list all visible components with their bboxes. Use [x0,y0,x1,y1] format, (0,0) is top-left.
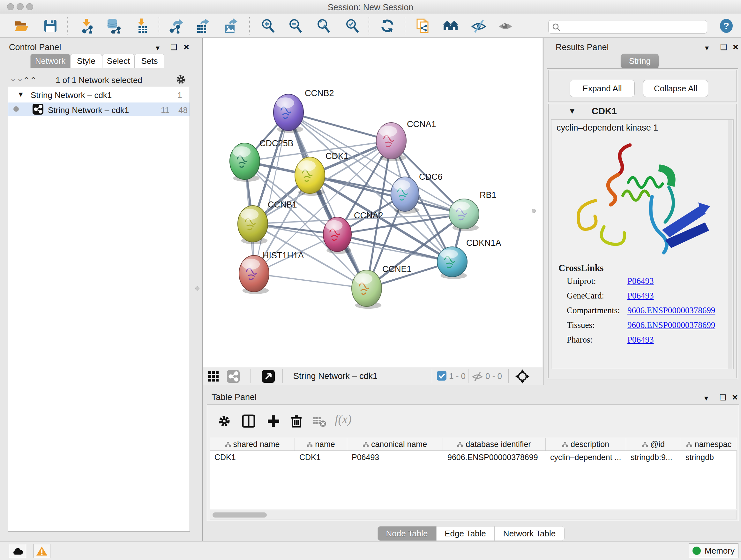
network-node-RB1[interactable]: RB1 [449,190,496,231]
export-network-icon[interactable] [169,18,184,34]
panel-close-icon[interactable]: ✕ [183,43,190,52]
toolbar-separator [368,17,369,35]
hide-selected-eye-icon[interactable] [471,18,486,34]
table-cell[interactable]: stringdb [681,451,737,463]
collapse-all-chevron-icon[interactable]: ⌄⌄ [10,73,23,83]
string-network-graph[interactable]: CCNB2 CCNA1 CDC25B CDK1 CDC6 RB1 [203,38,542,367]
memory-button[interactable]: Memory [689,543,738,558]
zoom-fit-icon[interactable] [316,18,331,34]
share-view-icon[interactable] [227,370,240,383]
import-database-icon[interactable] [105,18,121,34]
column-header-description[interactable]: description [546,438,626,451]
import-table-icon[interactable] [135,18,150,34]
export-image-icon[interactable] [223,18,239,34]
grid-view-icon[interactable] [208,371,219,382]
table-cell[interactable]: CDK1 [295,451,347,463]
network-collection-row[interactable]: ▼ String Network – cdk1 1 [8,89,190,103]
birdseye-crosshair-icon[interactable] [515,369,529,383]
table-cell[interactable]: P06493 [347,451,443,463]
crosslink-label: GeneCard: [567,291,604,301]
column-header-name[interactable]: name [295,438,347,451]
tab-network[interactable]: Network [30,54,70,68]
delete-column-icon[interactable] [289,414,304,429]
crosslink-tissues[interactable]: 9606.ENSP00000378699 [627,320,715,330]
network-edge[interactable] [254,112,288,273]
collapse-all-button[interactable]: Collapse All [643,80,708,97]
export-table-icon[interactable] [195,18,211,34]
home-icon[interactable] [443,18,458,34]
network-options-gear-icon[interactable] [176,74,186,87]
panel-float-icon[interactable]: ❑ [720,393,727,402]
panel-menu-icon[interactable]: ▾ [156,44,159,52]
network-node-CCNE1[interactable]: CCNE1 [352,264,412,309]
tab-style[interactable]: Style [70,54,102,68]
left-splitter-handle[interactable] [195,287,199,291]
selected-checkbox-icon[interactable] [437,371,447,381]
search-input[interactable] [563,21,704,32]
table-cell[interactable]: cyclin–dependent ... [546,451,626,463]
column-header-database-identifier[interactable]: database identifier [443,438,546,451]
refresh-icon[interactable] [380,18,395,34]
column-header--id[interactable]: @id [626,438,681,451]
table-cell[interactable]: CDK1 [210,451,295,463]
select-columns-icon[interactable] [242,414,256,429]
network-node-HIST1H1A[interactable]: HIST1H1A [239,251,304,294]
table-cell[interactable]: 9606.ENSP00000378699 [443,451,546,463]
import-network-icon[interactable] [80,18,95,34]
hidden-eye-icon[interactable] [472,371,483,382]
tab-sets[interactable]: Sets [135,54,164,68]
search-icon [552,23,561,32]
table-cell[interactable]: stringdb:9... [626,451,681,463]
delete-table-icon[interactable] [313,414,327,429]
table-hscrollbar[interactable] [210,510,737,519]
tab-network-table[interactable]: Network Table [494,526,564,541]
column-header-namespac[interactable]: namespac [681,438,737,451]
help-icon[interactable]: ? [719,18,734,34]
results-scrollbar[interactable] [729,120,732,369]
save-session-icon[interactable] [43,18,58,34]
table-panel-title: Table Panel [212,392,257,402]
network-row-selected[interactable]: String Network – cdk1 11 48 [8,103,190,116]
crosslink-compartments[interactable]: 9606.ENSP00000378699 [627,306,715,315]
network-edge[interactable] [288,112,367,288]
panel-float-icon[interactable]: ❑ [171,43,178,52]
open-in-window-icon[interactable] [262,370,275,383]
zoom-in-icon[interactable] [260,18,276,34]
open-session-icon[interactable] [14,18,29,34]
node-table[interactable]: shared namenamecanonical namedatabase id… [210,438,737,509]
function-builder-icon[interactable]: f(x) [335,412,352,426]
network-view-canvas[interactable]: CCNB2 CCNA1 CDC25B CDK1 CDC6 RB1 [203,38,542,367]
collapse-protein-arrow-icon[interactable]: ▼ [568,107,576,116]
panel-close-icon[interactable]: ✕ [732,393,738,402]
column-header-canonical-name[interactable]: canonical name [347,438,443,451]
network-edge[interactable] [254,273,367,288]
panel-menu-icon[interactable]: ▾ [704,394,708,402]
show-all-eye-icon[interactable] [498,18,513,34]
panel-close-icon[interactable]: ✕ [732,43,739,52]
table-settings-gear-icon[interactable] [217,414,232,429]
column-header-shared-name[interactable]: shared name [210,438,295,451]
copy-icon[interactable] [415,18,430,34]
network-edge[interactable] [337,234,452,262]
collection-expand-arrow-icon[interactable]: ▼ [17,90,24,99]
warning-status-button[interactable] [33,544,51,558]
expand-all-button[interactable]: Expand All [569,80,635,97]
right-splitter-handle[interactable] [532,209,536,213]
node-label: HIST1H1A [263,251,304,260]
expand-all-chevron-icon[interactable]: ⌃⌃ [23,75,37,85]
tab-node-table[interactable]: Node Table [378,526,436,541]
zoom-selected-icon[interactable] [345,18,360,34]
zoom-out-icon[interactable] [288,18,303,34]
table-hscrollbar-thumb[interactable] [212,512,267,517]
tab-edge-table[interactable]: Edge Table [436,526,494,541]
tab-string[interactable]: String [621,54,659,68]
tab-select[interactable]: Select [102,54,135,68]
cloud-status-button[interactable] [9,544,26,558]
crosslink-pharos[interactable]: P06493 [627,335,654,345]
crosslink-genecard[interactable]: P06493 [627,291,654,301]
crosslink-uniprot[interactable]: P06493 [627,276,654,286]
add-column-icon[interactable] [266,414,281,429]
panel-menu-icon[interactable]: ▾ [705,44,709,52]
panel-float-icon[interactable]: ❑ [720,43,727,52]
network-node-CDKN1A[interactable]: CDKN1A [437,238,501,279]
